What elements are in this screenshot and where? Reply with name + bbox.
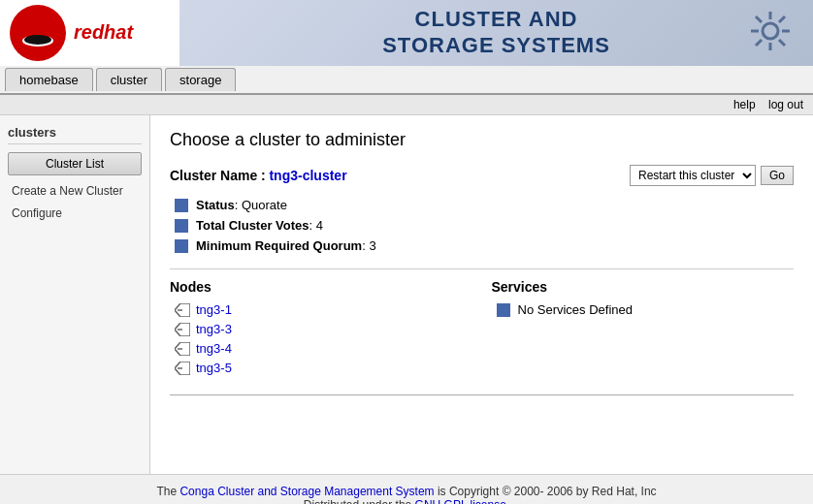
- page-title: Choose a cluster to administer: [170, 130, 794, 150]
- node-icon: [175, 362, 190, 375]
- footer-text-before: The: [156, 485, 177, 498]
- total-votes-bullet-icon: [175, 219, 188, 233]
- cluster-list-button[interactable]: Cluster List: [8, 152, 142, 175]
- node-link-1[interactable]: tng3-1: [196, 302, 232, 317]
- list-item: tng3-4: [170, 341, 472, 356]
- divider: [170, 394, 794, 395]
- banner-title-text: CLUSTER AND STORAGE SYSTEMS: [382, 7, 610, 58]
- cluster-name-label: Cluster Name: [170, 168, 257, 183]
- tab-storage[interactable]: storage: [165, 68, 236, 91]
- sidebar-title: clusters: [8, 125, 142, 144]
- node-icon: [175, 323, 190, 336]
- status-bullet-icon: [175, 199, 188, 212]
- cluster-name-value: tng3-cluster: [269, 168, 346, 183]
- navbar: homebase cluster storage: [0, 66, 813, 95]
- banner-title: CLUSTER AND STORAGE SYSTEMS: [179, 0, 813, 66]
- main-layout: clusters Cluster List Create a New Clust…: [0, 115, 813, 474]
- status-section: Status : Quorate Total Cluster Votes : 4…: [170, 198, 794, 269]
- gear-icon: [747, 8, 794, 57]
- cluster-name-row: Cluster Name : tng3-cluster: [170, 168, 347, 183]
- footer-line2: Distributed under the GNU GPL license.: [10, 498, 803, 504]
- node-link-2[interactable]: tng3-3: [196, 322, 232, 336]
- footer-license-link[interactable]: GNU GPL license: [415, 498, 506, 504]
- no-services-text: No Services Defined: [518, 302, 634, 317]
- services-column: Services No Services Defined: [492, 279, 795, 380]
- footer-line1: The Conga Cluster and Storage Management…: [10, 485, 803, 498]
- logout-link[interactable]: log out: [768, 98, 803, 111]
- node-icon: [175, 303, 190, 317]
- cluster-info-bar: Cluster Name : tng3-cluster Restart this…: [170, 165, 794, 186]
- action-area: Restart this cluster Go: [630, 165, 794, 186]
- total-votes-value: : 4: [309, 218, 323, 233]
- redhat-logo-circle: [10, 5, 66, 61]
- redhat-logo-text: redhat: [74, 21, 133, 44]
- sidebar: clusters Cluster List Create a New Clust…: [0, 115, 150, 474]
- svg-line-9: [779, 16, 785, 22]
- tab-cluster[interactable]: cluster: [96, 68, 162, 91]
- node-icon: [175, 342, 190, 356]
- svg-point-2: [763, 23, 778, 39]
- svg-point-1: [24, 35, 51, 45]
- footer-conga-link[interactable]: Conga Cluster and Storage Management Sys…: [179, 485, 434, 498]
- svg-line-8: [779, 40, 785, 46]
- footer: The Conga Cluster and Storage Management…: [0, 474, 813, 504]
- svg-line-7: [756, 16, 762, 22]
- redhat-hat-icon: [18, 14, 57, 52]
- services-title: Services: [492, 279, 795, 295]
- status-value: : Quorate: [235, 198, 287, 212]
- create-cluster-link[interactable]: Create a New Cluster: [8, 181, 142, 201]
- list-item: tng3-5: [170, 361, 472, 375]
- help-link[interactable]: help: [733, 98, 756, 111]
- min-quorum-label: Minimum Required Quorum: [196, 238, 362, 253]
- go-button[interactable]: Go: [761, 166, 794, 185]
- list-item: tng3-1: [170, 302, 472, 317]
- svg-line-10: [756, 40, 762, 46]
- nodes-column: Nodes tng3-1 tng3-3: [170, 279, 472, 380]
- nodes-services: Nodes tng3-1 tng3-3: [170, 279, 794, 380]
- nodes-title: Nodes: [170, 279, 472, 295]
- header: redhat CLUSTER AND STORAGE SYSTEMS: [0, 0, 813, 66]
- restart-select[interactable]: Restart this cluster: [630, 165, 756, 186]
- content: Choose a cluster to administer Cluster N…: [150, 115, 813, 474]
- status-row: Status : Quorate: [170, 198, 794, 212]
- total-votes-row: Total Cluster Votes : 4: [170, 218, 794, 233]
- status-label: Status: [196, 198, 235, 212]
- total-votes-label: Total Cluster Votes: [196, 218, 309, 233]
- min-quorum-bullet-icon: [175, 239, 188, 253]
- footer-text-after: is Copyright © 2000- 2006 by Red Hat, In…: [438, 485, 657, 498]
- util-bar: help log out: [0, 95, 813, 115]
- tab-homebase[interactable]: homebase: [5, 68, 93, 91]
- configure-link[interactable]: Configure: [8, 204, 142, 223]
- no-services-item: No Services Defined: [492, 302, 795, 317]
- min-quorum-row: Minimum Required Quorum : 3: [170, 238, 794, 253]
- node-link-4[interactable]: tng3-5: [196, 361, 232, 375]
- min-quorum-value: : 3: [362, 238, 375, 253]
- list-item: tng3-3: [170, 322, 472, 336]
- redhat-logo: redhat: [0, 0, 179, 66]
- node-link-3[interactable]: tng3-4: [196, 341, 232, 356]
- service-bullet-icon: [497, 303, 510, 317]
